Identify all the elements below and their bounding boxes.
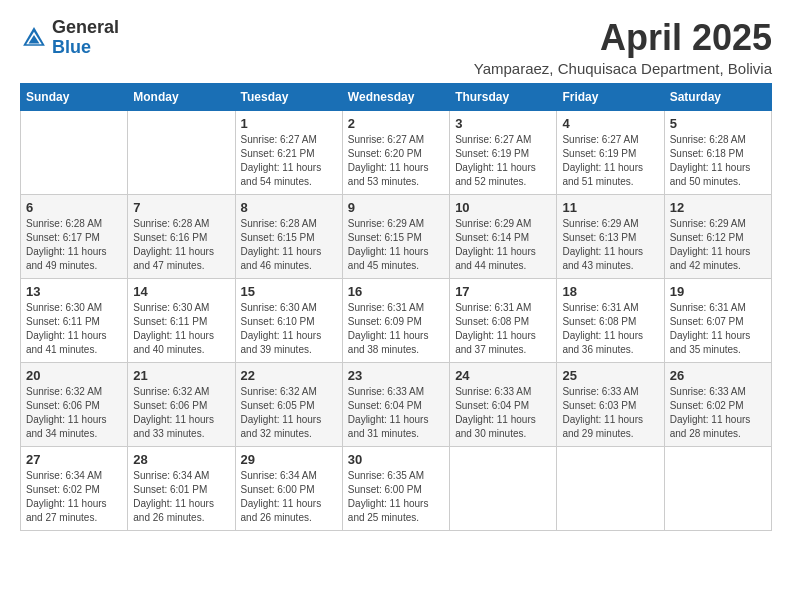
- title-block: April 2025 Yamparaez, Chuquisaca Departm…: [474, 18, 772, 77]
- day-number: 14: [133, 284, 229, 299]
- calendar-cell: 1Sunrise: 6:27 AM Sunset: 6:21 PM Daylig…: [235, 110, 342, 194]
- calendar-cell: 24Sunrise: 6:33 AM Sunset: 6:04 PM Dayli…: [450, 362, 557, 446]
- day-number: 11: [562, 200, 658, 215]
- day-number: 9: [348, 200, 444, 215]
- logo-icon: [20, 24, 48, 52]
- day-info: Sunrise: 6:29 AM Sunset: 6:15 PM Dayligh…: [348, 217, 444, 273]
- day-number: 24: [455, 368, 551, 383]
- page-header: General Blue April 2025 Yamparaez, Chuqu…: [20, 18, 772, 77]
- day-number: 1: [241, 116, 337, 131]
- calendar-cell: 28Sunrise: 6:34 AM Sunset: 6:01 PM Dayli…: [128, 446, 235, 530]
- calendar-cell: 13Sunrise: 6:30 AM Sunset: 6:11 PM Dayli…: [21, 278, 128, 362]
- day-info: Sunrise: 6:28 AM Sunset: 6:15 PM Dayligh…: [241, 217, 337, 273]
- day-info: Sunrise: 6:32 AM Sunset: 6:06 PM Dayligh…: [26, 385, 122, 441]
- calendar-cell: [664, 446, 771, 530]
- day-info: Sunrise: 6:27 AM Sunset: 6:19 PM Dayligh…: [562, 133, 658, 189]
- day-number: 29: [241, 452, 337, 467]
- calendar-cell: 4Sunrise: 6:27 AM Sunset: 6:19 PM Daylig…: [557, 110, 664, 194]
- day-number: 20: [26, 368, 122, 383]
- day-info: Sunrise: 6:30 AM Sunset: 6:10 PM Dayligh…: [241, 301, 337, 357]
- header-day-tuesday: Tuesday: [235, 83, 342, 110]
- header-day-friday: Friday: [557, 83, 664, 110]
- calendar-cell: 5Sunrise: 6:28 AM Sunset: 6:18 PM Daylig…: [664, 110, 771, 194]
- calendar-cell: 11Sunrise: 6:29 AM Sunset: 6:13 PM Dayli…: [557, 194, 664, 278]
- header-day-wednesday: Wednesday: [342, 83, 449, 110]
- day-number: 15: [241, 284, 337, 299]
- day-number: 7: [133, 200, 229, 215]
- day-number: 18: [562, 284, 658, 299]
- calendar-cell: 22Sunrise: 6:32 AM Sunset: 6:05 PM Dayli…: [235, 362, 342, 446]
- day-info: Sunrise: 6:29 AM Sunset: 6:12 PM Dayligh…: [670, 217, 766, 273]
- day-info: Sunrise: 6:31 AM Sunset: 6:07 PM Dayligh…: [670, 301, 766, 357]
- logo: General Blue: [20, 18, 119, 58]
- day-number: 21: [133, 368, 229, 383]
- calendar-cell: 15Sunrise: 6:30 AM Sunset: 6:10 PM Dayli…: [235, 278, 342, 362]
- calendar-cell: 8Sunrise: 6:28 AM Sunset: 6:15 PM Daylig…: [235, 194, 342, 278]
- day-info: Sunrise: 6:28 AM Sunset: 6:16 PM Dayligh…: [133, 217, 229, 273]
- day-info: Sunrise: 6:31 AM Sunset: 6:09 PM Dayligh…: [348, 301, 444, 357]
- day-info: Sunrise: 6:31 AM Sunset: 6:08 PM Dayligh…: [455, 301, 551, 357]
- day-info: Sunrise: 6:34 AM Sunset: 6:00 PM Dayligh…: [241, 469, 337, 525]
- header-day-sunday: Sunday: [21, 83, 128, 110]
- day-number: 2: [348, 116, 444, 131]
- month-title: April 2025: [474, 18, 772, 58]
- day-number: 8: [241, 200, 337, 215]
- calendar-cell: 17Sunrise: 6:31 AM Sunset: 6:08 PM Dayli…: [450, 278, 557, 362]
- calendar-cell: 9Sunrise: 6:29 AM Sunset: 6:15 PM Daylig…: [342, 194, 449, 278]
- day-number: 30: [348, 452, 444, 467]
- day-info: Sunrise: 6:32 AM Sunset: 6:05 PM Dayligh…: [241, 385, 337, 441]
- calendar-cell: 21Sunrise: 6:32 AM Sunset: 6:06 PM Dayli…: [128, 362, 235, 446]
- day-info: Sunrise: 6:33 AM Sunset: 6:04 PM Dayligh…: [455, 385, 551, 441]
- day-number: 13: [26, 284, 122, 299]
- day-info: Sunrise: 6:28 AM Sunset: 6:18 PM Dayligh…: [670, 133, 766, 189]
- day-info: Sunrise: 6:34 AM Sunset: 6:01 PM Dayligh…: [133, 469, 229, 525]
- day-number: 26: [670, 368, 766, 383]
- day-info: Sunrise: 6:35 AM Sunset: 6:00 PM Dayligh…: [348, 469, 444, 525]
- day-number: 19: [670, 284, 766, 299]
- calendar-cell: [450, 446, 557, 530]
- day-info: Sunrise: 6:27 AM Sunset: 6:20 PM Dayligh…: [348, 133, 444, 189]
- header-day-thursday: Thursday: [450, 83, 557, 110]
- calendar-cell: 12Sunrise: 6:29 AM Sunset: 6:12 PM Dayli…: [664, 194, 771, 278]
- logo-blue-text: Blue: [52, 38, 119, 58]
- day-number: 22: [241, 368, 337, 383]
- day-number: 5: [670, 116, 766, 131]
- day-number: 10: [455, 200, 551, 215]
- calendar-cell: 30Sunrise: 6:35 AM Sunset: 6:00 PM Dayli…: [342, 446, 449, 530]
- calendar-week-row: 13Sunrise: 6:30 AM Sunset: 6:11 PM Dayli…: [21, 278, 772, 362]
- calendar-cell: 25Sunrise: 6:33 AM Sunset: 6:03 PM Dayli…: [557, 362, 664, 446]
- calendar-cell: 19Sunrise: 6:31 AM Sunset: 6:07 PM Dayli…: [664, 278, 771, 362]
- day-number: 28: [133, 452, 229, 467]
- day-number: 27: [26, 452, 122, 467]
- logo-general-text: General: [52, 18, 119, 38]
- day-info: Sunrise: 6:27 AM Sunset: 6:19 PM Dayligh…: [455, 133, 551, 189]
- day-info: Sunrise: 6:34 AM Sunset: 6:02 PM Dayligh…: [26, 469, 122, 525]
- day-info: Sunrise: 6:28 AM Sunset: 6:17 PM Dayligh…: [26, 217, 122, 273]
- day-info: Sunrise: 6:33 AM Sunset: 6:04 PM Dayligh…: [348, 385, 444, 441]
- calendar-week-row: 6Sunrise: 6:28 AM Sunset: 6:17 PM Daylig…: [21, 194, 772, 278]
- day-number: 23: [348, 368, 444, 383]
- day-number: 4: [562, 116, 658, 131]
- calendar-cell: [21, 110, 128, 194]
- day-number: 16: [348, 284, 444, 299]
- day-number: 6: [26, 200, 122, 215]
- day-info: Sunrise: 6:32 AM Sunset: 6:06 PM Dayligh…: [133, 385, 229, 441]
- header-day-monday: Monday: [128, 83, 235, 110]
- calendar-cell: 18Sunrise: 6:31 AM Sunset: 6:08 PM Dayli…: [557, 278, 664, 362]
- day-info: Sunrise: 6:29 AM Sunset: 6:14 PM Dayligh…: [455, 217, 551, 273]
- logo-text: General Blue: [52, 18, 119, 58]
- calendar-table: SundayMondayTuesdayWednesdayThursdayFrid…: [20, 83, 772, 531]
- day-number: 25: [562, 368, 658, 383]
- day-info: Sunrise: 6:31 AM Sunset: 6:08 PM Dayligh…: [562, 301, 658, 357]
- day-number: 17: [455, 284, 551, 299]
- day-number: 3: [455, 116, 551, 131]
- header-day-saturday: Saturday: [664, 83, 771, 110]
- calendar-header-row: SundayMondayTuesdayWednesdayThursdayFrid…: [21, 83, 772, 110]
- calendar-cell: 26Sunrise: 6:33 AM Sunset: 6:02 PM Dayli…: [664, 362, 771, 446]
- day-info: Sunrise: 6:29 AM Sunset: 6:13 PM Dayligh…: [562, 217, 658, 273]
- day-info: Sunrise: 6:30 AM Sunset: 6:11 PM Dayligh…: [26, 301, 122, 357]
- day-info: Sunrise: 6:30 AM Sunset: 6:11 PM Dayligh…: [133, 301, 229, 357]
- calendar-cell: 6Sunrise: 6:28 AM Sunset: 6:17 PM Daylig…: [21, 194, 128, 278]
- calendar-cell: 23Sunrise: 6:33 AM Sunset: 6:04 PM Dayli…: [342, 362, 449, 446]
- location-title: Yamparaez, Chuquisaca Department, Bolivi…: [474, 60, 772, 77]
